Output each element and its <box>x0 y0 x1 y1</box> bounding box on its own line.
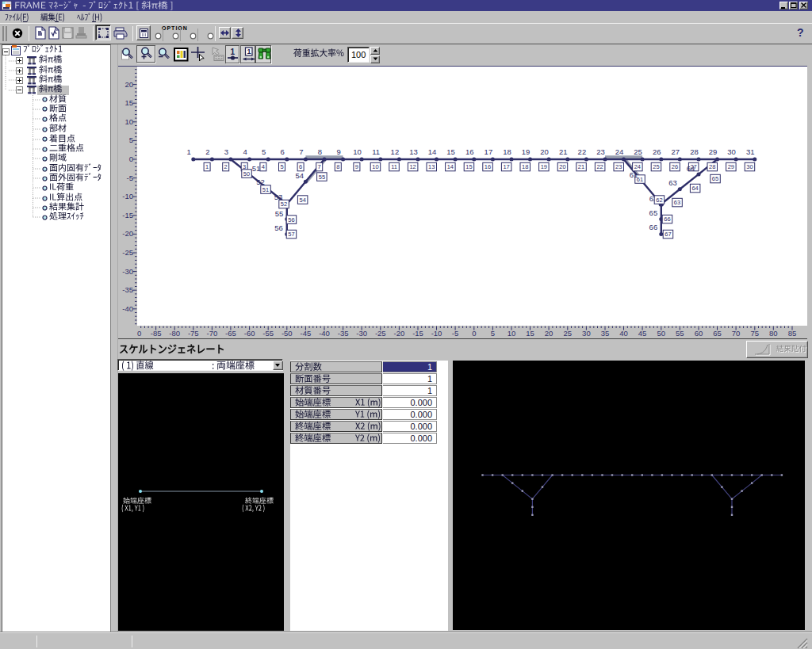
svg-text:10: 10 <box>262 48 266 53</box>
svg-text:1: 1 <box>231 48 236 56</box>
svg-text:1: 1 <box>247 48 251 55</box>
